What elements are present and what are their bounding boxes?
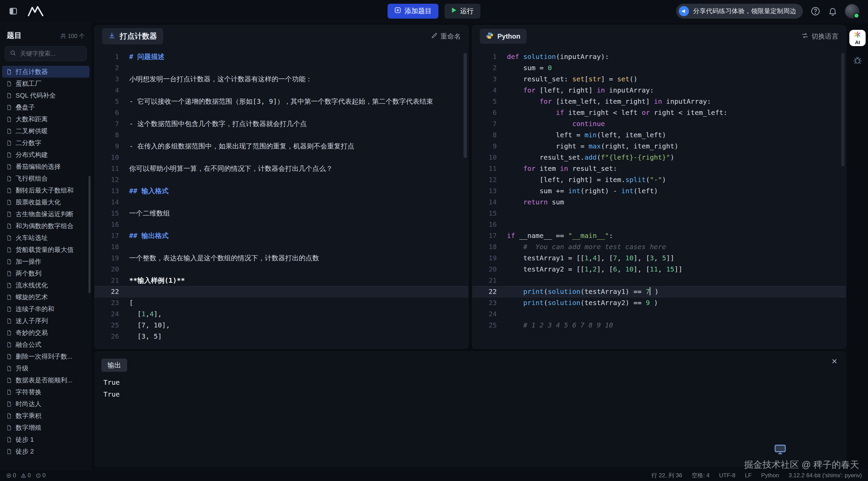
editor-line[interactable]: 24: [472, 308, 846, 320]
editor-line[interactable]: 2: [95, 62, 468, 74]
editor-line[interactable]: 4: [95, 85, 468, 96]
editor-line[interactable]: 19一个整数，表达在输入是这个数组的情况下，计数器打出的点数: [95, 253, 468, 264]
add-problem-button[interactable]: 添加题目: [388, 4, 438, 19]
sidebar-item[interactable]: 二叉树供暖: [2, 125, 90, 137]
sidebar-item[interactable]: 字符替换: [2, 386, 90, 398]
editor-line[interactable]: 5 for [item_left, item_right] in inputAr…: [472, 96, 846, 107]
sidebar-item[interactable]: 分布式构建: [2, 149, 90, 161]
sidebar-item[interactable]: 火车站选址: [2, 232, 90, 244]
output-tab[interactable]: 输出: [101, 359, 127, 372]
sidebar-scrollbar[interactable]: [88, 176, 91, 293]
editor-line[interactable]: 4 for [left, right] in inputArray:: [472, 85, 846, 96]
editor-line[interactable]: 21: [472, 275, 846, 286]
editor-line[interactable]: 15: [472, 208, 846, 219]
cursor-position[interactable]: 行 22, 列 36: [651, 472, 682, 479]
sidebar-item[interactable]: SQL 代码补全: [2, 89, 90, 101]
sidebar-toggle-icon[interactable]: [9, 7, 18, 16]
sidebar-item[interactable]: 加一操作: [2, 256, 90, 267]
editor-line[interactable]: 3 result_set: set[str] = set(): [472, 74, 846, 85]
search-input[interactable]: [19, 50, 92, 58]
sidebar-item[interactable]: 升级: [2, 362, 90, 374]
sidebar-item[interactable]: 螺旋的艺术: [2, 291, 90, 303]
sidebar-item[interactable]: 打点计数器: [2, 66, 90, 78]
run-button[interactable]: 运行: [445, 4, 480, 19]
sidebar-item[interactable]: 迷人子序列: [2, 315, 90, 327]
sidebar-item[interactable]: 时尚达人: [2, 398, 90, 410]
sidebar-item[interactable]: 股票收益最大化: [2, 196, 90, 208]
sidebar-item[interactable]: 奇妙的交易: [2, 327, 90, 339]
search-box[interactable]: [5, 46, 87, 61]
editor-line[interactable]: 7- 这个数据范围中包含几个数字，打点计数器就会打几个点: [95, 118, 468, 129]
sidebar-item[interactable]: 连续子串的和: [2, 303, 90, 315]
indent-setting[interactable]: 空格: 4: [692, 472, 710, 479]
info-count[interactable]: 0: [36, 472, 45, 479]
editor-line[interactable]: 15一个二维数组: [95, 208, 468, 219]
sidebar-item[interactable]: 徒步 2: [2, 445, 90, 457]
warning-count[interactable]: 0: [21, 472, 31, 479]
screen-share-icon[interactable]: [774, 444, 786, 456]
editor-line[interactable]: 14: [95, 197, 468, 208]
editor-line[interactable]: 23 print(solution(testArray2) == 9 ): [472, 297, 846, 308]
sidebar-item[interactable]: 番茄编辑的选择: [2, 161, 90, 173]
ai-assistant-button[interactable]: AI: [849, 30, 866, 46]
rename-button[interactable]: 重命名: [431, 32, 461, 41]
bell-icon[interactable]: [828, 6, 837, 16]
error-count[interactable]: 0: [6, 472, 16, 479]
editor-line[interactable]: 11你可以帮助小明算一算，在不同的情况下，计数器会打出几个点么？: [95, 163, 468, 174]
editor-line[interactable]: 2 sum = 0: [472, 62, 846, 74]
editor-line[interactable]: 17## 输出格式: [95, 230, 468, 241]
editor-line[interactable]: 26 [3, 5]: [95, 331, 468, 342]
editor-line[interactable]: 12: [95, 174, 468, 185]
promo-banner[interactable]: 分享代码练习体验，领限量定制周边: [676, 4, 803, 19]
sidebar-item[interactable]: 蛋糕工厂: [2, 78, 90, 89]
debug-icon[interactable]: [853, 56, 862, 66]
editor-line[interactable]: 12 [left, right] = item.split("-"): [472, 174, 846, 185]
editor-line[interactable]: 9- 在传入的多组数据范围中，如果出现了范围的重复，机器则不会重复打点: [95, 141, 468, 152]
eol-setting[interactable]: LF: [745, 472, 752, 479]
help-icon[interactable]: [810, 6, 821, 16]
editor-line[interactable]: 16: [95, 219, 468, 230]
problem-scrollbar[interactable]: [463, 53, 467, 158]
editor-line[interactable]: 8: [95, 129, 468, 141]
editor-line[interactable]: 18: [95, 241, 468, 253]
editor-line[interactable]: 18 # You can add more test cases here: [472, 241, 846, 253]
close-icon[interactable]: ×: [832, 357, 837, 366]
editor-line[interactable]: 1def solution(inputArray):: [472, 51, 846, 62]
interpreter[interactable]: 3.12.2 64-bit ('shims': pyenv): [789, 472, 862, 479]
editor-line[interactable]: 6 if item_right < left or right < item_l…: [472, 107, 846, 118]
language-mode[interactable]: Python: [761, 472, 779, 479]
sidebar-item[interactable]: 数字乘积: [2, 410, 90, 422]
editor-line[interactable]: 1# 问题描述: [95, 51, 468, 62]
encoding[interactable]: UTF-8: [719, 472, 735, 479]
editor-line[interactable]: 22 print(solution(testArray1) == 7 ): [472, 286, 846, 297]
editor-line[interactable]: 13 sum += int(right) - int(left): [472, 185, 846, 197]
editor-line[interactable]: 6: [95, 107, 468, 118]
editor-line[interactable]: 7 continue: [472, 118, 846, 129]
sidebar-item[interactable]: 数字增殖: [2, 422, 90, 434]
language-badge[interactable]: Python: [480, 29, 527, 44]
editor-line[interactable]: 10: [95, 152, 468, 163]
editor-line[interactable]: 13## 输入格式: [95, 185, 468, 197]
sidebar-item[interactable]: 数据表是否能顺利...: [2, 374, 90, 386]
sidebar-item[interactable]: 两个数列: [2, 267, 90, 279]
editor-line[interactable]: 25 # 1 2 3 4 5 6 7 8 9 10: [472, 320, 846, 331]
switch-language-button[interactable]: 切换语言: [801, 32, 839, 41]
sidebar-item[interactable]: 飞行棋组合: [2, 173, 90, 184]
editor-line[interactable]: 22: [95, 286, 468, 297]
editor-line[interactable]: 19 testArray1 = [[1,4], [7, 10], [3, 5]]: [472, 253, 846, 264]
editor-line[interactable]: 5- 它可以接收一个递增的数据范围（形如[3, 9]），其中第一个数字代表起始，…: [95, 96, 468, 107]
editor-line[interactable]: 14 return sum: [472, 197, 846, 208]
editor-line[interactable]: 10 result_set.add(f"{left}-{right}"): [472, 152, 846, 163]
sidebar-item[interactable]: 删除一次得到子数...: [2, 350, 90, 362]
editor-line[interactable]: 8 left = min(left, item_left): [472, 129, 846, 141]
sidebar-item[interactable]: 叠盘子: [2, 101, 90, 113]
sidebar-item[interactable]: 货船载货量的最大值: [2, 244, 90, 256]
editor-line[interactable]: 16: [472, 219, 846, 230]
code-scrollbar[interactable]: [841, 53, 845, 166]
editor-line[interactable]: 25 [7, 10],: [95, 320, 468, 331]
editor-line[interactable]: 9 right = max(right, item_right): [472, 141, 846, 152]
editor-line[interactable]: 3小明想发明一台打点计数器，这个计数器有这样的一个功能：: [95, 74, 468, 85]
editor-line[interactable]: 20: [95, 264, 468, 275]
editor-line[interactable]: 23[: [95, 297, 468, 308]
sidebar-item[interactable]: 大数和距离: [2, 113, 90, 125]
